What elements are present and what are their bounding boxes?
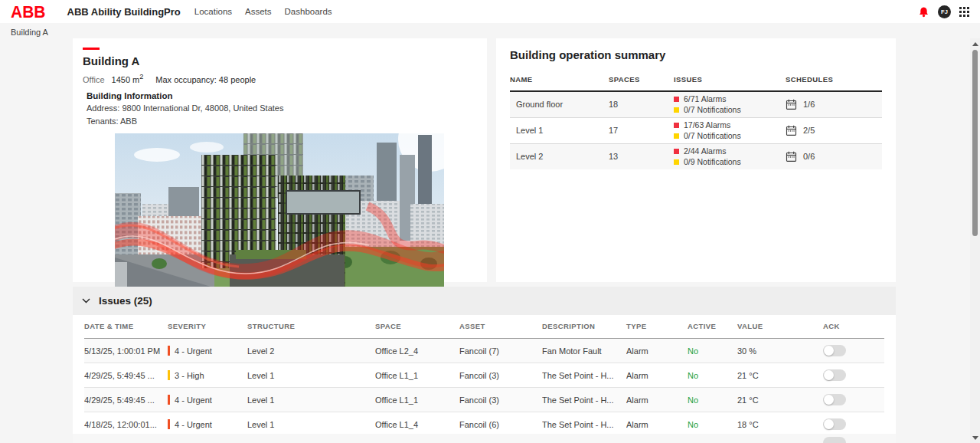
calendar-icon [786, 125, 797, 136]
issue-structure: Level 2 [247, 339, 375, 363]
issue-asset: Fancoil (3) [459, 363, 542, 388]
issue-structure: Level 1 [247, 388, 375, 412]
alarm-square-icon [674, 149, 679, 154]
area-superscript: 2 [139, 73, 143, 80]
issue-ack [823, 412, 884, 437]
ack-toggle[interactable] [823, 345, 846, 356]
issue-description: The Set Point - H... [542, 363, 626, 388]
issue-row[interactable]: 4/29/25, 5:49:45 ... 3 - High Level 1 Of… [84, 363, 884, 388]
issue-active: No [688, 388, 737, 412]
floor-spaces: 18 [609, 91, 674, 117]
ack-toggle[interactable] [823, 394, 846, 405]
issue-description: The Set Point - H... [542, 412, 626, 437]
issue-ack [823, 388, 884, 412]
issues-table: DATE & TIME SEVERITY STRUCTURE SPACE ASS… [84, 315, 884, 437]
building-type: Office [83, 75, 105, 84]
ack-toggle[interactable] [823, 418, 846, 430]
nav-item-dashboards[interactable]: Dashboards [285, 7, 332, 16]
issue-severity: 4 - Urgent [168, 339, 247, 363]
floor-issues: 6/71 Alarms 0/7 Notifications [674, 91, 786, 117]
issue-datetime: 4/18/25, 12:00:01... [84, 412, 168, 437]
floor-issues: 17/63 Alarms 0/7 Notifications [674, 117, 786, 143]
col-datetime: DATE & TIME [84, 315, 168, 339]
floor-schedules: 1/6 [786, 91, 882, 117]
issues-section-header[interactable]: Issues (25) [73, 287, 896, 315]
issue-active: No [688, 363, 737, 388]
issue-severity: 4 - Urgent [168, 412, 247, 437]
alarm-square-icon [674, 97, 679, 102]
building-occupancy: Max occupancy: 48 people [155, 75, 256, 84]
building-photo [115, 133, 444, 287]
summary-table: NAME SPACES ISSUES SCHEDULES Ground floo… [510, 70, 882, 169]
user-avatar[interactable]: FJ [938, 5, 951, 18]
scroll-down-arrow-icon[interactable] [972, 436, 978, 440]
issue-severity: 4 - Urgent [168, 388, 247, 412]
summary-card: Building operation summary NAME SPACES I… [496, 38, 896, 282]
app-title: ABB Ability BuildingPro [67, 6, 181, 18]
building-tenants: Tenants: ABB [87, 116, 487, 126]
ack-toggle[interactable] [823, 437, 846, 443]
building-info-heading: Building Information [87, 91, 487, 100]
navbar-actions: FJ [918, 5, 969, 18]
nav-item-locations[interactable]: Locations [194, 7, 232, 16]
vertical-scrollbar[interactable] [970, 38, 980, 443]
issue-space: Office L1_1 [375, 363, 459, 388]
abb-logo[interactable]: ABB [11, 3, 46, 20]
apps-grid-icon[interactable] [959, 7, 969, 17]
scrollbar-thumb[interactable] [972, 50, 978, 236]
issue-row[interactable]: 4/18/25, 12:00:01... 4 - Urgent Level 1 … [84, 412, 884, 437]
ack-toggle[interactable] [823, 369, 846, 381]
issue-ack [823, 339, 884, 363]
issue-active: No [688, 339, 737, 363]
building-meta: Office 1450 m2 Max occupancy: 48 people [83, 73, 487, 84]
issue-value: 30 % [737, 339, 823, 363]
top-navbar: ABB ABB Ability BuildingPro Locations As… [0, 0, 980, 23]
col-ack: ACK [823, 315, 884, 339]
issue-description: The Set Point - H... [542, 388, 626, 412]
issue-asset: Fancoil (6) [459, 412, 542, 437]
col-active: ACTIVE [688, 315, 737, 339]
notification-square-icon [674, 159, 679, 165]
issue-row[interactable]: 4/29/25, 5:49:45 ... 4 - Urgent Level 1 … [84, 388, 884, 412]
issue-row[interactable]: 5/13/25, 1:00:01 PM 4 - Urgent Level 2 O… [84, 339, 884, 363]
issue-structure: Level 1 [247, 412, 375, 437]
alarm-square-icon [674, 123, 679, 128]
severity-bar [168, 346, 170, 356]
issue-space: Office L1_1 [375, 388, 459, 412]
issue-structure: Level 1 [247, 363, 375, 388]
notification-square-icon [674, 133, 679, 139]
severity-bar [168, 419, 170, 429]
floor-name: Level 2 [510, 143, 609, 169]
summary-title: Building operation summary [510, 48, 882, 61]
issue-space: Office L2_4 [375, 339, 459, 363]
issue-datetime: 4/29/25, 5:49:45 ... [84, 388, 168, 412]
building-area: 1450 m2 [112, 73, 144, 84]
bell-icon[interactable] [918, 6, 929, 18]
issues-table-area: DATE & TIME SEVERITY STRUCTURE SPACE ASS… [73, 315, 896, 443]
summary-row-level-1[interactable]: Level 1 17 17/63 Alarms 0/7 Notification… [510, 117, 882, 143]
scroll-up-arrow-icon[interactable] [972, 42, 978, 46]
chevron-down-icon[interactable] [82, 298, 90, 304]
issue-severity: 3 - High [168, 363, 247, 388]
calendar-icon [786, 99, 797, 110]
floor-spaces: 17 [609, 117, 674, 143]
issue-type: Alarm [626, 363, 688, 388]
notification-square-icon [674, 107, 679, 113]
floor-name: Level 1 [510, 117, 609, 143]
floor-schedules: 2/5 [786, 117, 882, 143]
nav-item-assets[interactable]: Assets [245, 7, 272, 16]
building-address: Address: 9800 International Dr, 48008, U… [87, 103, 487, 113]
issue-value: 21 °C [737, 388, 823, 412]
building-card: Building A Office 1450 m2 Max occupancy:… [73, 38, 487, 282]
accent-dash [83, 48, 100, 50]
issue-type: Alarm [626, 412, 688, 437]
issue-datetime: 4/29/25, 5:49:45 ... [84, 363, 168, 388]
issue-datetime: 5/13/25, 1:00:01 PM [84, 339, 168, 363]
issue-asset: Fancoil (7) [459, 339, 542, 363]
summary-col-issues: ISSUES [674, 70, 786, 91]
calendar-icon [786, 151, 797, 162]
breadcrumb[interactable]: Building A [11, 28, 48, 37]
summary-row-level-2[interactable]: Level 2 13 2/44 Alarms 0/9 Notifications [510, 143, 882, 169]
summary-col-name: NAME [510, 70, 609, 91]
summary-row-ground-floor[interactable]: Ground floor 18 6/71 Alarms 0/7 Notifica… [510, 91, 882, 117]
